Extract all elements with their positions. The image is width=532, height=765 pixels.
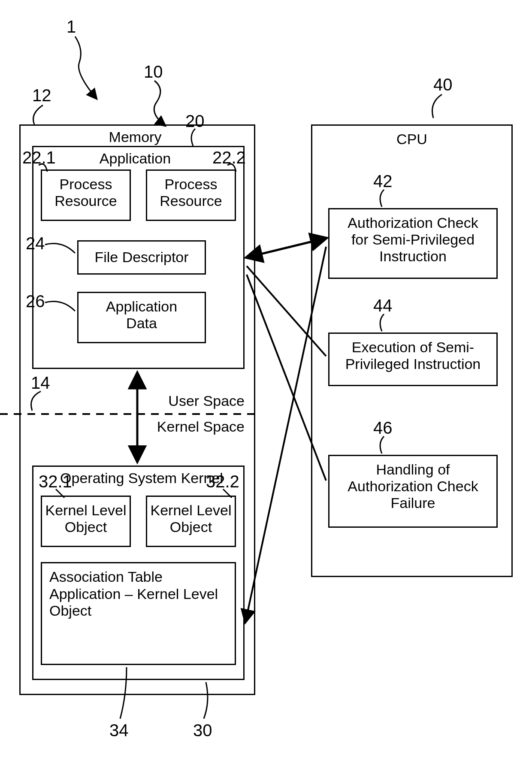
- ref-26: 26: [26, 292, 45, 311]
- ref-44: 44: [373, 296, 393, 315]
- application-title: Application: [86, 150, 184, 167]
- ref-32-1: 32.1: [39, 472, 72, 491]
- ref-10: 10: [144, 62, 163, 82]
- ref-1: 1: [66, 17, 76, 36]
- ref-40: 40: [433, 75, 453, 94]
- process-resource-2-label: Process Resource: [146, 176, 236, 209]
- auth-check-label: Authorization Check for Semi-Privileged …: [328, 215, 498, 265]
- handle-fail-label: Handling of Authorization Check Failure: [328, 461, 498, 511]
- ref-22-1: 22.1: [22, 148, 56, 167]
- application-data-label: Application Data: [77, 298, 206, 332]
- file-descriptor-label: File Descriptor: [77, 249, 206, 266]
- ref-42: 42: [373, 172, 393, 191]
- process-resource-1-label: Process Resource: [41, 176, 131, 209]
- kernel-space-label: Kernel Space: [142, 418, 245, 435]
- ref-24: 24: [26, 234, 45, 253]
- ref-30: 30: [193, 721, 212, 740]
- ref-34: 34: [109, 721, 129, 740]
- memory-title: Memory: [86, 129, 184, 145]
- exec-label: Execution of Semi- Privileged Instructio…: [328, 339, 498, 372]
- ref-32-2: 32.2: [206, 472, 239, 491]
- diagram-canvas: Memory User Space Kernel Space Applicati…: [0, 0, 532, 765]
- os-kernel-title: Operating System Kernel: [56, 470, 227, 487]
- ref-14: 14: [31, 373, 50, 393]
- ref-20: 20: [185, 112, 205, 131]
- ref-12: 12: [32, 86, 51, 105]
- kernel-level-object-2-label: Kernel Level Object: [146, 502, 236, 535]
- ref-46: 46: [373, 418, 393, 438]
- cpu-title: CPU: [369, 131, 455, 148]
- kernel-level-object-1-label: Kernel Level Object: [41, 502, 131, 535]
- ref-22-2: 22.2: [212, 148, 246, 167]
- association-table-line2: Application – Kernel Level Object: [49, 586, 230, 619]
- user-space-label: User Space: [154, 393, 245, 409]
- association-table-line1: Association Table: [49, 568, 230, 585]
